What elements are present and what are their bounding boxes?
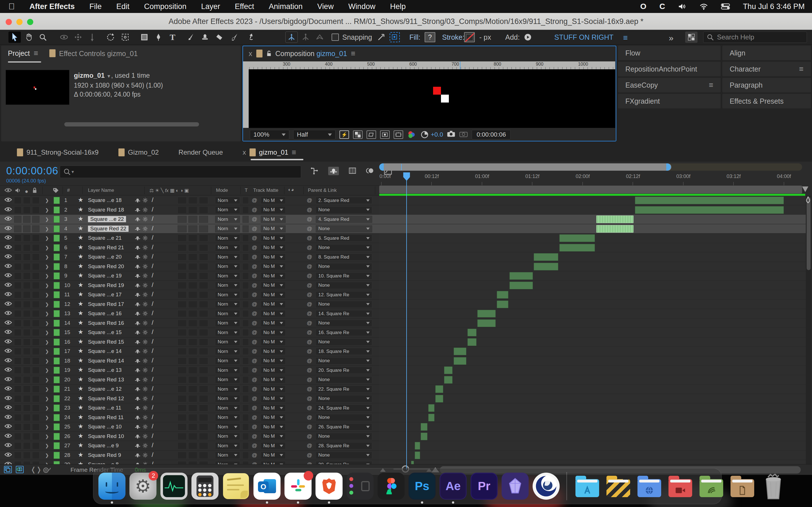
mode-dropdown[interactable]: Norn bbox=[215, 225, 240, 232]
project-panel-menu-icon[interactable]: ≡ bbox=[34, 49, 38, 57]
tab-menu-icon[interactable]: ≡ bbox=[292, 148, 296, 157]
pickwhip-icon[interactable]: @ bbox=[252, 216, 257, 222]
t-cell[interactable] bbox=[243, 424, 249, 431]
switch-cell[interactable] bbox=[188, 216, 197, 223]
tab-close-icon[interactable]: x bbox=[243, 149, 246, 156]
dolly-camera-tool[interactable] bbox=[86, 32, 98, 43]
mode-dropdown[interactable]: Norn bbox=[215, 386, 240, 393]
track-matte-dropdown[interactable]: No M bbox=[261, 235, 286, 242]
comp-marker-bin-icon[interactable] bbox=[805, 196, 811, 204]
lock-cell[interactable] bbox=[32, 442, 40, 449]
zoom-tool[interactable] bbox=[37, 32, 49, 43]
lock-cell[interactable] bbox=[32, 282, 40, 289]
apple-menu-icon[interactable]:  bbox=[8, 2, 15, 11]
collapse-switch-icon[interactable] bbox=[143, 217, 148, 223]
track-lane-25[interactable] bbox=[379, 422, 806, 432]
lock-cell[interactable] bbox=[32, 376, 40, 383]
puppet-pin-tool[interactable] bbox=[245, 32, 257, 43]
switch-cell[interactable] bbox=[199, 207, 208, 214]
collapse-switch-icon[interactable] bbox=[143, 283, 148, 289]
audio-cell[interactable] bbox=[14, 282, 21, 289]
expand-chevron-icon[interactable]: ❯ bbox=[45, 255, 49, 260]
mode-dropdown[interactable]: Norn bbox=[215, 414, 240, 421]
parent-pickwhip-icon[interactable]: @ bbox=[307, 273, 312, 279]
layer-name[interactable]: Square ...e 17 bbox=[88, 291, 121, 298]
mode-column-header[interactable]: Mode bbox=[216, 187, 228, 193]
shy-switch-icon[interactable] bbox=[135, 406, 140, 411]
layer-row-19[interactable]: ❯19★Square ...e 13/Norn@No M@20. Square … bbox=[0, 365, 379, 375]
parent-pickwhip-icon[interactable]: @ bbox=[307, 282, 312, 288]
stroke-swatch[interactable] bbox=[464, 32, 475, 42]
dock-icon-finder[interactable] bbox=[98, 473, 125, 500]
switch-cell[interactable] bbox=[188, 414, 197, 421]
pickwhip-icon[interactable]: @ bbox=[252, 311, 257, 317]
shy-switch-icon[interactable] bbox=[135, 208, 140, 213]
t-cell[interactable] bbox=[243, 301, 249, 308]
parent-pickwhip-icon[interactable]: @ bbox=[307, 339, 312, 345]
pickwhip-icon[interactable]: @ bbox=[252, 226, 257, 232]
t-cell[interactable] bbox=[243, 386, 249, 393]
switch-cell[interactable] bbox=[177, 433, 187, 440]
layer-label-color[interactable] bbox=[54, 424, 60, 431]
fast-previews-icon[interactable]: ⚡ bbox=[340, 130, 349, 139]
layer-duration-bar-21[interactable] bbox=[435, 385, 443, 393]
eraser-tool[interactable] bbox=[213, 32, 225, 43]
audio-cell[interactable] bbox=[14, 263, 21, 270]
track-matte-dropdown[interactable]: No M bbox=[261, 424, 286, 431]
layer-name[interactable]: Square Red 19 bbox=[88, 282, 124, 288]
panel-tab-paragraph[interactable]: Paragraph bbox=[722, 78, 811, 93]
layer-eye-icon[interactable] bbox=[4, 358, 12, 363]
parent-pickwhip-icon[interactable]: @ bbox=[307, 263, 312, 270]
audio-cell[interactable] bbox=[14, 253, 21, 261]
solo-cell[interactable] bbox=[23, 452, 31, 459]
collapse-switch-icon[interactable] bbox=[143, 339, 148, 346]
parent-pickwhip-icon[interactable]: @ bbox=[307, 197, 312, 203]
layer-eye-icon[interactable] bbox=[4, 311, 12, 316]
quality-switch-icon[interactable]: / bbox=[152, 385, 153, 392]
layer-name[interactable]: Square ...e 20 bbox=[88, 254, 121, 260]
layer-row-21[interactable]: ❯21★Square ...e 12/Norn@No M@22. Square … bbox=[0, 385, 379, 394]
layer-duration-bar-16[interactable] bbox=[467, 338, 476, 346]
switch-cell[interactable] bbox=[177, 216, 187, 223]
layer-row-14[interactable]: ❯14★Square Red 16/Norn@No M@None bbox=[0, 319, 379, 328]
audio-cell[interactable] bbox=[14, 225, 21, 232]
pickwhip-icon[interactable]: @ bbox=[252, 405, 257, 411]
selection-tool[interactable] bbox=[8, 32, 21, 43]
layer-duration-bar-5[interactable] bbox=[559, 234, 595, 242]
mode-dropdown[interactable]: Norn bbox=[215, 235, 240, 242]
parent-link-dropdown[interactable]: None bbox=[316, 339, 372, 346]
collapse-switch-icon[interactable] bbox=[143, 235, 148, 242]
track-lane-11[interactable] bbox=[379, 290, 806, 300]
collapse-switch-icon[interactable] bbox=[143, 264, 148, 270]
dock-icon-activity-monitor[interactable] bbox=[160, 473, 188, 500]
layer-duration-bar-9[interactable] bbox=[509, 272, 533, 280]
audio-cell[interactable] bbox=[14, 301, 21, 308]
quality-switch-icon[interactable]: / bbox=[152, 215, 153, 223]
switch-cell[interactable] bbox=[199, 216, 208, 223]
t-cell[interactable] bbox=[243, 310, 249, 317]
menu-status-c-icon[interactable]: C bbox=[659, 2, 665, 11]
pickwhip-icon[interactable]: @ bbox=[252, 452, 257, 458]
layer-row-22[interactable]: ❯22★Square Red 12/Norn@No M@None bbox=[0, 394, 379, 404]
layer-label-color[interactable] bbox=[54, 291, 60, 298]
audio-cell[interactable] bbox=[14, 197, 21, 204]
parent-link-dropdown[interactable]: None bbox=[316, 301, 372, 308]
dock-icon-brave[interactable] bbox=[315, 473, 343, 500]
track-matte-column-header[interactable]: Track Matte bbox=[253, 187, 278, 193]
shy-switch-icon[interactable] bbox=[135, 198, 140, 204]
track-lane-26[interactable] bbox=[379, 432, 806, 441]
track-lane-1[interactable] bbox=[379, 196, 806, 205]
track-matte-dropdown[interactable]: No M bbox=[261, 395, 286, 402]
t-cell[interactable] bbox=[243, 452, 249, 459]
lock-cell[interactable] bbox=[32, 404, 40, 411]
pickwhip-icon[interactable]: @ bbox=[252, 433, 257, 439]
search-help-input[interactable]: Search Help bbox=[703, 32, 807, 43]
panel-tab-flow[interactable]: Flow bbox=[618, 46, 721, 60]
switch-cell[interactable] bbox=[177, 404, 187, 411]
t-cell[interactable] bbox=[243, 291, 249, 298]
parent-pickwhip-icon[interactable]: @ bbox=[307, 433, 312, 439]
pickwhip-icon[interactable]: @ bbox=[252, 443, 257, 449]
layer-duration-bar-20[interactable] bbox=[444, 376, 453, 384]
switch-cell[interactable] bbox=[199, 339, 208, 346]
audio-cell[interactable] bbox=[14, 414, 21, 421]
